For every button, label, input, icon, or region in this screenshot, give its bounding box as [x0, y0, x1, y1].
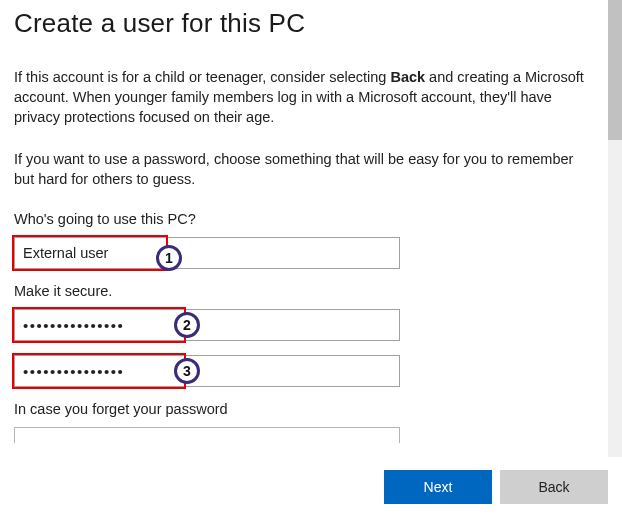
confirm-password-input[interactable]: [14, 355, 400, 387]
scrollbar-track[interactable]: [608, 0, 622, 457]
password-row: 2: [14, 309, 400, 341]
security-question-input-clipped[interactable]: [14, 427, 400, 443]
password-section-label: Make it secure.: [14, 283, 594, 299]
back-button[interactable]: Back: [500, 470, 608, 504]
username-input[interactable]: [14, 237, 400, 269]
intro-bold-back: Back: [390, 69, 425, 85]
dialog-footer: Next Back: [0, 457, 622, 517]
dialog-content: Create a user for this PC If this accoun…: [0, 0, 608, 457]
username-label: Who's going to use this PC?: [14, 211, 594, 227]
intro-paragraph-2: If you want to use a password, choose so…: [14, 149, 594, 189]
username-row: 1: [14, 237, 400, 269]
confirm-password-row: 3: [14, 355, 400, 387]
forgot-password-label: In case you forget your password: [14, 401, 594, 417]
scrollbar-thumb[interactable]: [608, 0, 622, 140]
intro-paragraph-1: If this account is for a child or teenag…: [14, 67, 594, 127]
intro-text-a: If this account is for a child or teenag…: [14, 69, 390, 85]
next-button[interactable]: Next: [384, 470, 492, 504]
page-title: Create a user for this PC: [14, 8, 594, 39]
password-input[interactable]: [14, 309, 400, 341]
